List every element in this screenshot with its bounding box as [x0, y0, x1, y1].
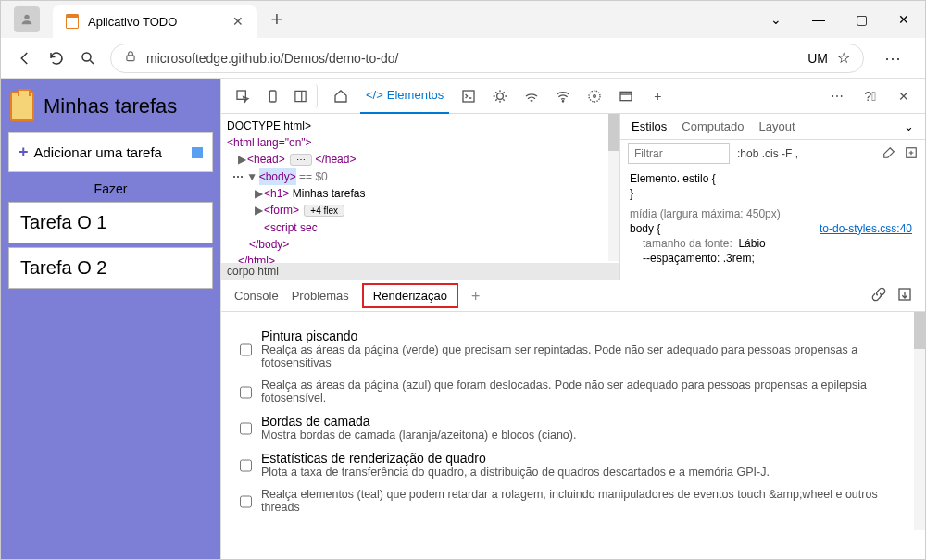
- task-item[interactable]: Tarefa O 1: [8, 202, 213, 243]
- tab-problems[interactable]: Problemas: [292, 289, 349, 303]
- option-checkbox[interactable]: [240, 416, 252, 442]
- url-input[interactable]: microsoftedge.github.io/Demos/demo-to-do…: [110, 44, 864, 73]
- rendering-options: Pintura piscando Realça as áreas da pági…: [221, 312, 925, 530]
- add-style-icon[interactable]: [905, 146, 918, 162]
- page-title: Minhas tarefas: [44, 94, 177, 118]
- device-icon[interactable]: [262, 84, 286, 108]
- option-checkbox[interactable]: [240, 453, 252, 479]
- svg-point-8: [497, 93, 504, 99]
- section-label: Fazer: [8, 181, 213, 196]
- filter-input[interactable]: [628, 143, 730, 164]
- refresh-button[interactable]: [47, 49, 66, 68]
- option-checkbox[interactable]: [240, 330, 252, 369]
- svg-point-11: [594, 94, 596, 97]
- lock-icon: [124, 50, 137, 67]
- address-bar: microsoftedge.github.io/Demos/demo-to-do…: [1, 38, 925, 79]
- browser-tab[interactable]: Aplicativo TODO ✕: [53, 5, 257, 38]
- svg-rect-2: [127, 55, 134, 60]
- option-checkbox[interactable]: [240, 490, 252, 514]
- search-icon[interactable]: [79, 49, 97, 68]
- styles-panel: Estilos Computado Layout ⌄ :hob .cis -F …: [619, 114, 925, 280]
- bug-icon[interactable]: [488, 84, 512, 108]
- plus-icon[interactable]: +: [471, 288, 480, 305]
- new-tab-button[interactable]: +: [262, 7, 292, 31]
- rendering-option: Realça as áreas da página (azul) que for…: [240, 379, 910, 404]
- svg-point-1: [82, 53, 91, 61]
- chevron-down-icon[interactable]: ⌄: [755, 1, 797, 38]
- panel-icon[interactable]: [294, 84, 318, 108]
- tab-title: Aplicativo TODO: [88, 15, 223, 29]
- close-window-button[interactable]: ✕: [882, 1, 925, 38]
- code-icon: </>: [366, 88, 383, 102]
- tab-elements[interactable]: </> Elementos: [360, 79, 449, 114]
- help-icon[interactable]: ?⃝: [858, 84, 882, 108]
- svg-point-9: [563, 100, 564, 101]
- edit-icon: [192, 147, 203, 158]
- plus-icon: +: [19, 143, 29, 162]
- tab-console[interactable]: Console: [234, 289, 279, 303]
- more-icon[interactable]: ⋯: [825, 84, 849, 108]
- plus-tab-icon[interactable]: +: [645, 84, 669, 108]
- elements-tree[interactable]: DOCTYPE html> <html lang="en"> ▶<head> ⋯…: [221, 114, 619, 280]
- page-viewport: Minhas tarefas + Adicionar uma tarefa Fa…: [1, 79, 220, 560]
- devtools-toolbar: </> Elementos + ⋯ ?⃝ ✕: [221, 79, 925, 114]
- performance-icon[interactable]: [582, 84, 607, 108]
- tab-computed[interactable]: Computado: [682, 119, 744, 133]
- rendering-option: Bordas de camada Mostra bordas de camada…: [240, 414, 910, 442]
- tab-styles[interactable]: Estilos: [632, 119, 667, 133]
- profile-avatar[interactable]: [14, 6, 40, 32]
- task-item[interactable]: Tarefa O 2: [8, 247, 213, 289]
- add-task-label: Adicionar uma tarefa: [34, 144, 162, 160]
- css-link[interactable]: to-do-styles.css:40: [820, 221, 912, 236]
- brush-icon[interactable]: [882, 146, 895, 162]
- clipboard-icon: [66, 14, 79, 29]
- option-checkbox[interactable]: [240, 380, 252, 404]
- rendering-option: Estatísticas de renderização de quadro P…: [240, 451, 910, 479]
- inspect-icon[interactable]: [231, 84, 255, 108]
- link-icon[interactable]: [871, 287, 886, 305]
- minimize-button[interactable]: —: [797, 1, 840, 38]
- tab-rendering[interactable]: Renderização: [362, 283, 458, 308]
- devtools-panel: </> Elementos + ⋯ ?⃝ ✕ DOCTYPE html> <ht…: [220, 79, 925, 560]
- scrollbar[interactable]: [608, 114, 619, 261]
- chevron-down-icon[interactable]: ⌄: [904, 119, 914, 133]
- svg-point-10: [589, 91, 600, 102]
- collapse-icon[interactable]: [897, 287, 912, 305]
- back-button[interactable]: [16, 49, 34, 68]
- close-icon[interactable]: ✕: [232, 14, 244, 29]
- window-titlebar: Aplicativo TODO ✕ + ⌄ — ▢ ✕: [1, 1, 925, 38]
- svg-point-0: [24, 15, 29, 19]
- console-icon[interactable]: [457, 84, 481, 108]
- tab-layout[interactable]: Layout: [759, 119, 795, 133]
- add-task-button[interactable]: + Adicionar uma tarefa: [8, 132, 213, 172]
- url-text: microsoftedge.github.io/Demos/demo-to-do…: [146, 51, 398, 66]
- svg-rect-7: [463, 91, 474, 102]
- favorite-icon[interactable]: ☆: [837, 49, 850, 67]
- rendering-option: Realça elementos (teal) que podem retard…: [240, 488, 910, 514]
- svg-rect-4: [269, 91, 276, 102]
- app-icon[interactable]: [614, 84, 638, 108]
- svg-rect-3: [237, 91, 245, 99]
- network-icon[interactable]: [519, 84, 544, 108]
- home-icon[interactable]: [329, 84, 353, 108]
- rendering-option: Pintura piscando Realça as áreas da pági…: [240, 329, 910, 369]
- scrollbar[interactable]: [914, 312, 925, 530]
- clipboard-icon: [10, 92, 34, 121]
- breadcrumb[interactable]: corpo html: [221, 263, 619, 280]
- maximize-button[interactable]: ▢: [840, 1, 882, 38]
- close-devtools-icon[interactable]: ✕: [892, 84, 916, 108]
- hov-cls[interactable]: :hob .cis -F ,: [737, 147, 798, 160]
- svg-rect-12: [620, 92, 632, 100]
- svg-rect-5: [295, 91, 306, 101]
- wifi-icon[interactable]: [551, 84, 575, 108]
- reading-badge[interactable]: UM: [807, 51, 828, 66]
- devtools-drawer: Console Problemas Renderização + Pintura…: [221, 280, 925, 560]
- more-menu[interactable]: ⋯: [877, 48, 910, 68]
